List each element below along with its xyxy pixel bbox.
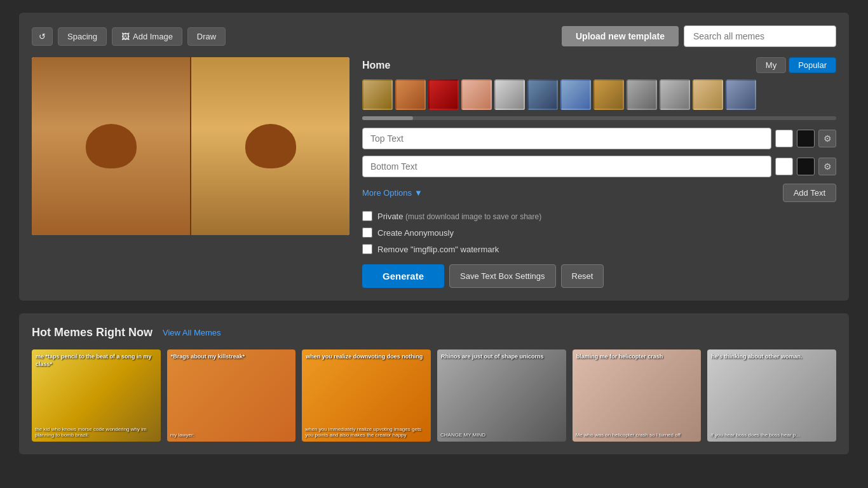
top-text-color-black[interactable] — [797, 130, 815, 147]
meme-thumb[interactable] — [627, 79, 657, 110]
meme-thumb[interactable] — [395, 79, 426, 110]
meme-thumb[interactable] — [560, 79, 591, 110]
generate-button[interactable]: Generate — [362, 264, 444, 288]
tab-my[interactable]: My — [756, 57, 786, 73]
meme-card-text2: If you hear boss does the boss hear p... — [710, 432, 800, 438]
anonymous-checkbox-row: Create Anonymously — [362, 227, 836, 238]
private-checkbox[interactable] — [362, 211, 372, 221]
private-note: (must download image to save or share) — [405, 212, 541, 221]
meme-card-text1: blaming me for helicopter crash — [576, 353, 663, 360]
meme-card[interactable]: me *taps pencil to the beat of a song in… — [32, 349, 161, 442]
monkey-right — [191, 57, 349, 235]
home-header: Home My Popular — [362, 57, 836, 73]
chevron-down-icon: ▼ — [414, 188, 423, 198]
meme-card-text1: he's thinking about other woman. — [711, 353, 802, 360]
private-label: Private (must download image to save or … — [377, 212, 541, 221]
bottom-text-row: ⚙ — [362, 156, 836, 177]
meme-thumb[interactable] — [726, 79, 756, 110]
meme-card-text1: *Brags about my killstreak* — [171, 353, 245, 360]
draw-button[interactable]: Draw — [187, 27, 226, 46]
meme-card-text2: my lawyer: — [170, 432, 194, 438]
meme-card-text2: Me who was on helicopter crash so I turn… — [576, 432, 681, 438]
more-options-row: More Options ▼ Add Text — [362, 184, 836, 202]
add-image-button[interactable]: 🖼 Add Image — [112, 27, 182, 46]
refresh-button[interactable]: ↺ — [32, 27, 53, 46]
top-text-settings-button[interactable]: ⚙ — [818, 130, 836, 147]
meme-thumb[interactable] — [428, 79, 459, 110]
tab-group: My Popular — [756, 57, 836, 73]
meme-canvas — [32, 57, 349, 235]
meme-card[interactable]: blaming me for helicopter crash Me who w… — [573, 349, 702, 442]
watermark-checkbox[interactable] — [362, 244, 372, 254]
reset-button[interactable]: Reset — [561, 264, 604, 288]
top-text-color-white[interactable] — [775, 130, 793, 147]
bottom-text-settings-button[interactable]: ⚙ — [818, 158, 836, 175]
bottom-text-color-white[interactable] — [775, 158, 793, 175]
meme-thumb[interactable] — [660, 79, 690, 110]
more-options-label: More Options — [362, 188, 412, 198]
meme-grid: me *taps pencil to the beat of a song in… — [32, 349, 836, 442]
scroll-thumb[interactable] — [362, 116, 413, 120]
add-image-label: Add Image — [133, 32, 173, 41]
scroll-indicator — [362, 116, 836, 120]
add-image-icon: 🖼 — [121, 32, 130, 41]
top-toolbar: ↺ Spacing 🖼 Add Image Draw Upload new te… — [32, 25, 836, 47]
home-title: Home — [362, 60, 390, 71]
view-all-memes-link[interactable]: View All Memes — [163, 328, 221, 337]
monkey-left — [32, 57, 190, 235]
meme-thumbnails — [362, 79, 836, 110]
add-text-button[interactable]: Add Text — [783, 184, 836, 202]
meme-thumb[interactable] — [527, 79, 558, 110]
meme-image — [32, 57, 349, 235]
action-row: Generate Save Text Box Settings Reset — [362, 264, 836, 288]
top-text-input[interactable] — [362, 128, 771, 149]
meme-thumb[interactable] — [494, 79, 525, 110]
hot-memes-section: Hot Memes Right Now View All Memes me *t… — [19, 313, 849, 454]
top-right-buttons: Upload new template — [562, 25, 836, 47]
meme-preview-section — [32, 57, 349, 288]
meme-card[interactable]: *Brags about my killstreak* my lawyer: — [167, 349, 296, 442]
save-settings-button[interactable]: Save Text Box Settings — [449, 264, 555, 288]
spacing-button[interactable]: Spacing — [58, 27, 107, 46]
hot-memes-title: Hot Memes Right Now — [32, 326, 153, 339]
anonymous-checkbox[interactable] — [362, 227, 372, 238]
private-checkbox-row: Private (must download image to save or … — [362, 211, 836, 221]
meme-card-text1: when you realize downvoting does nothing — [306, 353, 423, 360]
bottom-text-color-black[interactable] — [797, 158, 815, 175]
meme-thumb[interactable] — [693, 79, 723, 110]
top-text-row: ⚙ — [362, 128, 836, 149]
meme-card-text2: CHANGE MY MIND — [440, 432, 485, 438]
meme-card[interactable]: Rhinos are just out of shape unicorns CH… — [437, 349, 566, 442]
meme-card-text1: Rhinos are just out of shape unicorns — [441, 353, 544, 360]
meme-generator-panel: ↺ Spacing 🖼 Add Image Draw Upload new te… — [19, 13, 849, 301]
tab-popular[interactable]: Popular — [789, 57, 836, 73]
anonymous-label: Create Anonymously — [377, 228, 454, 238]
watermark-label: Remove "imgflip.com" watermark — [377, 245, 499, 254]
watermark-checkbox-row: Remove "imgflip.com" watermark — [362, 244, 836, 254]
meme-thumb[interactable] — [461, 79, 492, 110]
upload-template-button[interactable]: Upload new template — [562, 26, 679, 46]
search-memes-input[interactable] — [684, 25, 836, 47]
controls-panel: Home My Popular — [362, 57, 836, 288]
content-area: Home My Popular — [32, 57, 836, 288]
meme-thumb[interactable] — [593, 79, 624, 110]
meme-card[interactable]: when you realize downvoting does nothing… — [302, 349, 431, 442]
bottom-text-input[interactable] — [362, 156, 771, 177]
meme-card-text2: the kid who knows morse code wondering w… — [35, 426, 147, 438]
meme-card-text1: me *taps pencil to the beat of a song in… — [36, 353, 152, 367]
meme-card-text2: when you immediately realize upvoting im… — [305, 426, 421, 438]
hot-memes-header: Hot Memes Right Now View All Memes — [32, 326, 836, 339]
more-options-link[interactable]: More Options ▼ — [362, 188, 423, 198]
meme-card[interactable]: he's thinking about other woman. If you … — [707, 349, 836, 442]
meme-thumb[interactable] — [362, 79, 393, 110]
